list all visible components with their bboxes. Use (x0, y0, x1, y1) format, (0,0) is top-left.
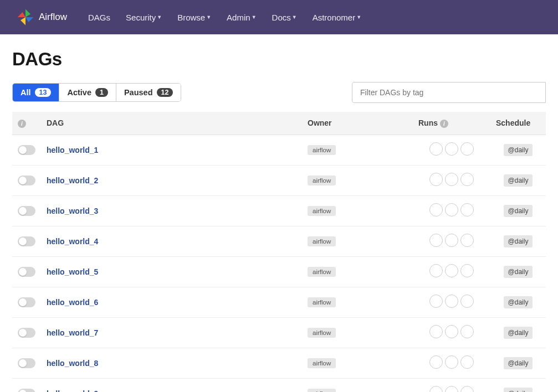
run-status-dot[interactable] (460, 264, 474, 277)
dag-pause-toggle[interactable] (18, 145, 35, 155)
nav-docs[interactable]: Docs▼ (272, 13, 297, 22)
dag-link[interactable]: hello_world_6 (47, 298, 98, 307)
col-header-runs: Runs i (413, 112, 490, 135)
airflow-logo-icon (16, 7, 35, 27)
brand-block[interactable]: Airflow (16, 7, 67, 27)
run-status-dot[interactable] (460, 386, 474, 392)
nav-dags[interactable]: DAGs (88, 13, 110, 22)
page-title: DAGs (12, 49, 546, 70)
run-status-dot[interactable] (460, 325, 474, 338)
filter-all-button[interactable]: All 13 (13, 84, 59, 101)
table-row: hello_world_9airflow@daily (12, 378, 546, 392)
run-status-dot[interactable] (429, 325, 443, 338)
dag-table: i DAG Owner Runs i Schedule hello_world_… (12, 112, 546, 392)
run-status-dot[interactable] (429, 173, 443, 186)
col-header-dag[interactable]: DAG (41, 112, 302, 135)
schedule-tag[interactable]: @daily (504, 388, 533, 392)
run-status-dot[interactable] (460, 142, 474, 156)
table-row: hello_world_4airflow@daily (12, 226, 546, 256)
tag-search-input[interactable] (352, 82, 546, 103)
run-status-dot[interactable] (429, 203, 443, 216)
dag-link[interactable]: hello_world_5 (47, 267, 98, 276)
schedule-tag[interactable]: @daily (504, 296, 533, 308)
table-row: hello_world_6airflow@daily (12, 287, 546, 317)
run-status-dot[interactable] (445, 386, 458, 392)
owner-tag[interactable]: airflow (308, 176, 336, 185)
table-row: hello_world_2airflow@daily (12, 165, 546, 195)
run-status-dot[interactable] (460, 295, 474, 308)
owner-tag[interactable]: airflow (308, 267, 336, 277)
owner-tag[interactable]: airflow (308, 389, 336, 392)
search-wrap (352, 82, 546, 103)
run-status-dot[interactable] (460, 203, 474, 216)
info-icon[interactable]: i (18, 120, 26, 128)
schedule-tag[interactable]: @daily (504, 144, 533, 156)
dag-link[interactable]: hello_world_2 (47, 176, 98, 185)
dag-link[interactable]: hello_world_3 (47, 207, 98, 215)
dag-pause-toggle[interactable] (18, 206, 35, 216)
schedule-tag[interactable]: @daily (504, 266, 533, 278)
run-status-dot[interactable] (445, 234, 458, 247)
nav-security[interactable]: Security▼ (126, 13, 162, 22)
run-status-dot[interactable] (460, 234, 474, 247)
owner-tag[interactable]: airflow (308, 206, 336, 216)
owner-tag[interactable]: airflow (308, 145, 336, 155)
dag-link[interactable]: hello_world_4 (47, 237, 98, 246)
run-status-dot[interactable] (429, 264, 443, 277)
run-status-dot[interactable] (445, 173, 458, 186)
chevron-down-icon: ▼ (157, 14, 162, 20)
dag-pause-toggle[interactable] (18, 236, 35, 246)
run-status-dot[interactable] (429, 355, 443, 369)
filter-active-button[interactable]: Active 1 (59, 84, 116, 101)
owner-tag[interactable]: airflow (308, 328, 336, 338)
count-badge: 12 (157, 88, 173, 97)
dag-link[interactable]: hello_world_7 (47, 328, 98, 337)
run-status-dot[interactable] (445, 295, 458, 308)
schedule-tag[interactable]: @daily (504, 357, 533, 369)
chevron-down-icon: ▼ (292, 14, 297, 20)
chevron-down-icon: ▼ (206, 14, 211, 20)
owner-tag[interactable]: airflow (308, 297, 336, 307)
run-status-dot[interactable] (429, 142, 443, 156)
table-row: hello_world_5airflow@daily (12, 256, 546, 287)
run-status-dot[interactable] (460, 173, 474, 186)
schedule-tag[interactable]: @daily (504, 327, 533, 339)
nav-admin[interactable]: Admin▼ (227, 13, 256, 22)
dag-pause-toggle[interactable] (18, 328, 35, 338)
schedule-tag[interactable]: @daily (504, 174, 533, 187)
nav-items: DAGs Security▼ Browse▼ Admin▼ Docs▼ Astr… (88, 13, 361, 22)
run-status-dot[interactable] (445, 142, 458, 156)
navbar: Airflow DAGs Security▼ Browse▼ Admin▼ Do… (0, 0, 558, 34)
dag-pause-toggle[interactable] (18, 176, 35, 185)
schedule-tag[interactable]: @daily (504, 205, 533, 217)
run-status-dot[interactable] (429, 234, 443, 247)
dag-link[interactable]: hello_world_1 (47, 146, 98, 154)
dag-pause-toggle[interactable] (18, 267, 35, 277)
schedule-tag[interactable]: @daily (504, 235, 533, 247)
dag-filter-group: All 13 Active 1 Paused 12 (12, 83, 181, 102)
run-status-dot[interactable] (460, 355, 474, 369)
run-status-dot[interactable] (429, 295, 443, 308)
col-header-owner[interactable]: Owner (302, 112, 413, 135)
dag-pause-toggle[interactable] (18, 358, 35, 368)
table-row: hello_world_1airflow@daily (12, 135, 546, 165)
owner-tag[interactable]: airflow (308, 236, 336, 246)
filter-paused-button[interactable]: Paused 12 (116, 84, 181, 101)
col-header-schedule[interactable]: Schedule (490, 112, 546, 135)
info-icon[interactable]: i (440, 120, 448, 128)
brand-text: Airflow (39, 12, 67, 23)
run-status-dot[interactable] (445, 203, 458, 216)
table-row: hello_world_3airflow@daily (12, 195, 546, 226)
dag-link[interactable]: hello_world_8 (47, 359, 98, 368)
owner-tag[interactable]: airflow (308, 358, 336, 368)
chevron-down-icon: ▼ (356, 14, 361, 20)
run-status-dot[interactable] (429, 386, 443, 392)
nav-astronomer[interactable]: Astronomer▼ (313, 13, 361, 22)
dag-pause-toggle[interactable] (18, 297, 35, 307)
dag-pause-toggle[interactable] (18, 389, 35, 392)
run-status-dot[interactable] (445, 264, 458, 277)
nav-browse[interactable]: Browse▼ (177, 13, 211, 22)
run-status-dot[interactable] (445, 355, 458, 369)
run-status-dot[interactable] (445, 325, 458, 338)
dag-link[interactable]: hello_world_9 (47, 389, 98, 392)
